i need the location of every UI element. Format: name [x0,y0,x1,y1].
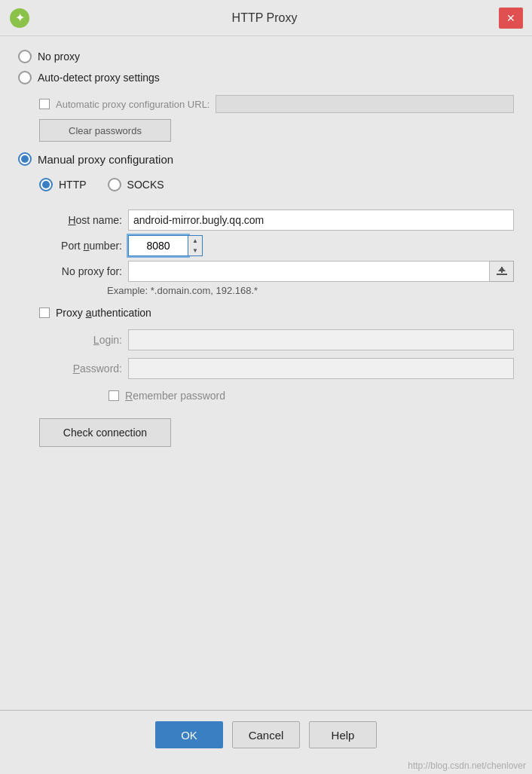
remember-row: Remember password [109,390,514,402]
http-radio[interactable] [39,178,53,191]
title-bar: ✦ HTTP Proxy ✕ [0,0,532,36]
no-proxy-icon-button[interactable] [490,261,514,282]
auto-proxy-url-checkbox[interactable] [39,99,50,109]
socks-radio[interactable] [108,178,121,191]
remember-password-label[interactable]: Remember password [125,390,225,402]
download-icon [495,265,509,278]
no-proxy-radio[interactable] [18,50,32,63]
cancel-button[interactable]: Cancel [232,721,300,748]
auto-proxy-url-section: Automatic proxy configuration URL: Clear… [39,92,514,148]
help-button[interactable]: Help [309,721,377,748]
host-name-label: Host name: [39,214,122,226]
proxy-auth-row: Proxy authentication [39,307,514,319]
protocol-row: HTTP SOCKS [39,178,514,194]
manual-proxy-label[interactable]: Manual proxy configuration [38,153,173,166]
login-label: Login: [39,334,122,346]
svg-text:✦: ✦ [15,11,25,24]
port-number-label: Port number: [39,240,122,252]
app-icon: ✦ [9,8,30,29]
password-input[interactable] [128,358,514,379]
no-proxy-label[interactable]: No proxy [38,50,80,63]
proxy-auth-checkbox[interactable] [39,307,50,318]
check-connection-button[interactable]: Check connection [39,418,171,447]
svg-rect-4 [501,267,503,273]
password-label: Password: [39,363,122,375]
watermark: http://blog.csdn.net/chenlover [0,759,532,774]
auto-detect-row: Auto-detect proxy settings [18,71,514,84]
svg-rect-2 [497,274,507,275]
http-label[interactable]: HTTP [59,179,87,191]
host-name-input[interactable] [128,210,514,231]
auto-detect-radio[interactable] [18,71,32,84]
port-number-input[interactable] [128,235,188,256]
socks-label[interactable]: SOCKS [127,179,164,191]
no-proxy-for-label: No proxy for: [39,265,122,277]
port-number-section: Port number: ▲ ▼ [39,235,514,256]
no-proxy-for-section: No proxy for: [39,261,514,282]
port-decrement-button[interactable]: ▼ [188,246,202,255]
remember-password-checkbox[interactable] [109,390,119,401]
main-content: No proxy Auto-detect proxy settings Auto… [0,36,532,710]
auth-form: Login: Password: [39,329,514,379]
bottom-bar: OK Cancel Help [0,710,532,759]
manual-proxy-row: Manual proxy configuration [18,152,514,166]
auto-proxy-url-input[interactable] [216,95,514,113]
dialog-title: HTTP Proxy [232,11,298,25]
proxy-auth-label[interactable]: Proxy authentication [56,307,151,319]
auto-proxy-url-row: Automatic proxy configuration URL: [39,95,514,113]
socks-protocol-row: SOCKS [108,178,164,191]
clear-passwords-button[interactable]: Clear passwords [39,119,171,142]
login-input[interactable] [128,329,514,350]
no-proxy-for-input[interactable] [128,261,490,282]
title-bar-left: ✦ [9,8,30,29]
port-spinner: ▲ ▼ [188,235,203,256]
http-protocol-row: HTTP [39,178,87,191]
title-bar-center: HTTP Proxy [30,11,499,25]
ok-button[interactable]: OK [155,721,223,748]
host-name-row: Host name: [39,210,514,231]
no-proxy-row: No proxy [18,50,514,63]
auto-proxy-url-label: Automatic proxy configuration URL: [56,99,209,110]
no-proxy-for-row [128,261,514,282]
close-button[interactable]: ✕ [499,8,523,29]
auto-detect-label[interactable]: Auto-detect proxy settings [38,72,160,84]
example-text: Example: *.domain.com, 192.168.* [107,285,514,296]
port-increment-button[interactable]: ▲ [188,236,202,246]
port-row: ▲ ▼ [128,235,514,256]
dialog: ✦ HTTP Proxy ✕ No proxy Auto-detect prox… [0,0,532,774]
manual-proxy-radio[interactable] [18,152,32,166]
